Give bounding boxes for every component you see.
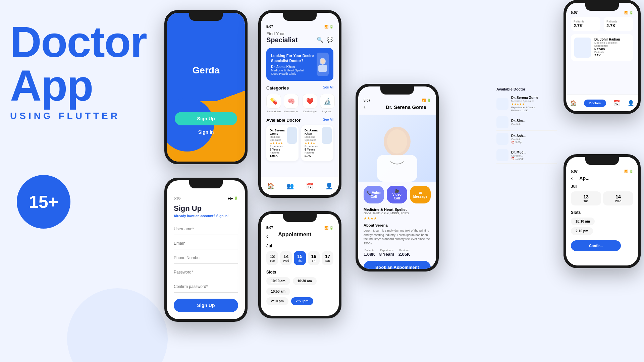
appt-right-month: Jul	[571, 184, 633, 189]
nav-doctors-tab-active[interactable]: Doctors	[584, 100, 606, 107]
asma-patients-val: 2.7K	[305, 154, 330, 158]
book-appointment-button[interactable]: Book an Appoinment	[364, 261, 431, 269]
nav-home[interactable]: 🏠	[267, 182, 274, 190]
appt-back-arrow[interactable]: ‹	[266, 233, 268, 239]
cat-pediatrician[interactable]: 💊 Pediatrician	[266, 94, 281, 113]
doctors-tab-content: 5:07 📶 🔋 Patients 2.7K Patients 2.7K Dr.…	[566, 3, 638, 111]
gerda-signup-button[interactable]: Sign Up	[175, 112, 237, 125]
about-title: About Serena	[364, 223, 431, 227]
nav-profile-tab[interactable]: 👤	[628, 100, 634, 106]
nav-calendar-tab[interactable]: 📅	[613, 100, 620, 106]
avail-serena-photo	[496, 98, 508, 110]
date-16[interactable]: 16 Fri	[308, 251, 320, 265]
banner-doc-spec: Medicine & Heart Spelist	[271, 69, 317, 72]
cat-cardiologist[interactable]: ❤️ Cardiologist	[303, 94, 317, 113]
nav-calendar[interactable]: 📅	[306, 182, 313, 190]
avail-serena-exp: Experience: 8 Years	[511, 106, 557, 109]
email-field[interactable]	[174, 238, 238, 249]
action-buttons: 📞 Voice Call 🎥 Video Call ✉ Message	[358, 182, 436, 207]
confirm-password-field[interactable]	[174, 281, 238, 293]
serena-detail-screen: 5:07 📶 🔋 ‹ Dr. Serena Gome 📞 Voice C	[358, 86, 436, 269]
serena-time: 5:07	[364, 99, 370, 102]
nav-profile[interactable]: 👤	[325, 182, 333, 190]
appt-time: 5:07	[266, 226, 273, 230]
confirm-button[interactable]: Confir...	[571, 240, 621, 251]
signup-notch	[189, 180, 223, 188]
doctor-card-serena[interactable]: Dr. Serena Gome Medicine Specialist ★★★★…	[266, 125, 299, 161]
appointment-month: Jul	[266, 244, 333, 248]
available-doctors-header: Available Doctor See All	[266, 118, 333, 123]
avail-serena-spec: Medicine Specialist	[511, 100, 557, 103]
doctor-tab-johir[interactable]: Dr. Johir Raihan Medicine Specialist Exp…	[571, 34, 633, 61]
patients-stat-card2: Patients 2.7K	[604, 17, 633, 31]
nav-doctors[interactable]: 👥	[286, 182, 294, 190]
signup-title: Sign Up	[174, 204, 238, 213]
slot-250-active[interactable]: 2:50 pm	[291, 297, 313, 305]
appt-right-slot-210[interactable]: 2:10 pm	[571, 227, 593, 235]
appt-right-slot-1010[interactable]: 10:10 am	[571, 218, 595, 225]
signup-time: 5:06	[174, 196, 180, 200]
appt-right-date-14[interactable]: 14 Wed	[603, 191, 633, 205]
signup-submit-button[interactable]: Sign Up	[174, 299, 238, 312]
avail-serena[interactable]: Dr. Serena Gome Medicine Specialist ★★★★…	[496, 94, 557, 114]
video-call-button[interactable]: 🎥 Video Call	[387, 186, 407, 203]
date-15-active[interactable]: 15 Thu	[294, 251, 306, 265]
appt-right-date-13[interactable]: 13 Tue	[571, 191, 601, 205]
cat-cardio-label: Cardiologist	[303, 110, 317, 113]
slot-1050[interactable]: 10:50 am	[266, 288, 290, 295]
nav-home-tab[interactable]: 🏠	[570, 100, 577, 106]
password-field[interactable]	[174, 266, 238, 278]
categories-see-all[interactable]: See All	[323, 85, 333, 90]
cat-psychiatrist[interactable]: 🔬 Psychia...	[320, 94, 335, 113]
serena-name: Dr. Serena Gome	[270, 129, 287, 135]
cat-neurosurgeon[interactable]: 🧠 Neurosurge...	[284, 94, 300, 113]
serena-back-arrow[interactable]: ‹	[364, 104, 366, 111]
appt-right-dates: 13 Tue 14 Wed	[571, 191, 633, 205]
date-selector: 13 Tue 14 Wed 15 Thu 16 Fri 17 Sat	[266, 251, 333, 265]
specialist-time: 5:07	[266, 25, 273, 28]
asma-patients-label: Patients	[305, 151, 330, 154]
specialist-title: Specialist	[266, 36, 298, 44]
doctor-degrees: Good Health Clinic, MBBS, FCPS	[364, 212, 431, 215]
avail-sim[interactable]: Dr. Sim... Cardiolo...	[496, 114, 557, 131]
date-13[interactable]: 13 Tue	[266, 251, 278, 265]
serena-spec: Medicine Specialist	[270, 135, 287, 141]
bg-decoration	[67, 288, 168, 362]
serena-content: 5:07 📶 🔋 ‹ Dr. Serena Gome 📞 Voice C	[358, 86, 436, 269]
doctors-tab-status: 📶 🔋	[624, 11, 633, 14]
date-17[interactable]: 17 Sat	[322, 251, 333, 265]
patients-stat-label: Patients	[574, 20, 598, 23]
phone-field[interactable]	[174, 252, 238, 264]
gerda-signin-button[interactable]: Sign In	[175, 129, 237, 135]
doctors-tab-phone: 5:07 📶 🔋 Patients 2.7K Patients 2.7K Dr.…	[564, 0, 641, 114]
johir-name: Dr. Johir Raihan	[594, 38, 630, 41]
signup-already-text: Already have an account? Sign In!	[174, 214, 238, 218]
cat-psych-label: Psychia...	[320, 110, 335, 113]
appointment-content: 5:07 📶 🔋 ‹ Appointment Jul 13 Tue 14 Wed…	[261, 214, 339, 316]
specialist-notch	[283, 13, 317, 21]
message-button[interactable]: ✉ Message	[410, 186, 431, 203]
slot-210[interactable]: 2:10 pm	[266, 297, 288, 305]
avail-see-all[interactable]: See All	[323, 118, 333, 123]
avail-ash[interactable]: Dr. Ash... Cardiolo... ⏰ 3:00p	[496, 131, 557, 147]
appt-right-title: Ap...	[579, 176, 589, 181]
doctor-card-asma[interactable]: Dr. Asma Khan Medicine Specialist ★★★★ E…	[301, 125, 333, 161]
search-icon[interactable]: 🔍	[317, 37, 323, 43]
avail-muq[interactable]: Dr. Muq... Carddiol... ⏰ 12:00p	[496, 147, 557, 164]
avail-sim-name: Dr. Sim...	[511, 119, 557, 123]
svg-rect-4	[377, 155, 417, 182]
appt-right-back[interactable]: ‹	[571, 175, 573, 181]
johir-patients-val: 2.7K	[594, 54, 630, 57]
voice-call-button[interactable]: 📞 Voice Call	[364, 186, 384, 203]
slot-1030[interactable]: 10:30 am	[293, 277, 317, 285]
username-field[interactable]	[174, 223, 238, 235]
appt-right-content: 5:07 📶 🔋 ‹ Ap... Jul 13 Tue 14 Wed Slots	[566, 157, 638, 265]
cat-neuro-label: Neurosurge...	[284, 110, 300, 113]
svg-point-2	[321, 59, 325, 64]
appt-right-status: 📶 🔋	[624, 170, 633, 173]
date-14[interactable]: 14 Wed	[280, 251, 292, 265]
doctor-info-section: Medicine & Heart Spelist Good Health Cli…	[358, 207, 436, 257]
message-icon[interactable]: 💬	[327, 37, 333, 43]
banner-heading: Looking For Your Desire Specialist Docto…	[271, 53, 317, 63]
slot-1010[interactable]: 10:10 am	[266, 277, 290, 285]
